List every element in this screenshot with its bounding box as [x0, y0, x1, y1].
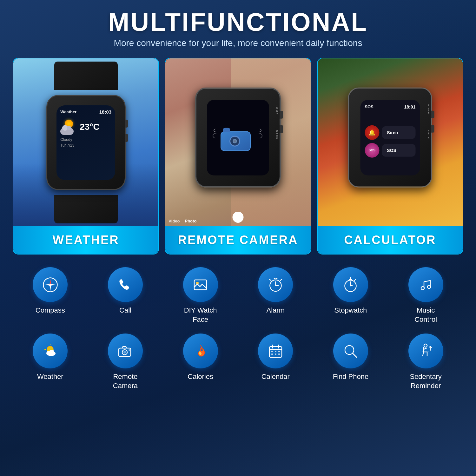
weather-icon — [60, 119, 78, 135]
sos-watch-wrapper: HOME BACK SOS 18:01 — [348, 88, 432, 188]
calculator-card: HOME BACK SOS 18:01 — [317, 58, 463, 255]
calendar-circle — [258, 334, 293, 368]
compass-label: Compass — [36, 306, 65, 315]
sos-watch-btn-2 — [431, 125, 434, 133]
weather-card-image: Weather 18:03 — [13, 58, 158, 227]
fire-icon — [192, 342, 209, 360]
stopwatch-circle — [333, 267, 368, 302]
cam-watch-btn-2 — [280, 125, 283, 133]
sedentary-label: SedentaryReminder — [410, 372, 441, 390]
sedentary-icon — [417, 342, 434, 360]
sos-pill: SOS — [382, 144, 415, 156]
weather-feat-label: Weather — [37, 372, 63, 381]
svg-rect-35 — [275, 351, 276, 352]
signal-arc-2 — [212, 132, 219, 139]
features-grid: Compass Call DIY Watch — [13, 267, 463, 390]
camera-watch-screen — [207, 100, 269, 175]
remote-camera-circle — [108, 334, 143, 368]
header: MULTIFUNCTIONAL More convenience for you… — [108, 10, 368, 48]
feature-calories: Calories — [169, 334, 232, 381]
svg-rect-34 — [271, 351, 273, 352]
sos-background: HOME BACK SOS 18:01 — [318, 58, 463, 227]
feature-diy-watch: DIY WatchFace — [169, 267, 232, 324]
search-icon — [342, 342, 359, 360]
find-phone-circle — [333, 334, 368, 368]
home-label: HOME — [275, 105, 278, 115]
condition: Cloudy — [60, 137, 111, 142]
image-icon — [192, 276, 209, 294]
calculator-card-image: HOME BACK SOS 18:01 — [318, 58, 463, 227]
camera-icon-svg — [116, 342, 134, 360]
svg-point-25 — [49, 350, 54, 355]
camera-watch-case: HOME BACK — [195, 88, 281, 188]
alarm-icon — [267, 276, 284, 294]
calculator-card-label: CALCULATOR — [318, 226, 463, 254]
svg-point-29 — [129, 349, 130, 351]
shutter-button — [232, 212, 243, 223]
music-icon — [417, 276, 434, 294]
temp-row: 23°C — [60, 119, 111, 135]
cloud-puff2 — [67, 126, 71, 130]
page-container: MULTIFUNCTIONAL More convenience for you… — [0, 0, 476, 476]
sos-top-row: SOS 18:01 — [365, 104, 415, 109]
weather-circle — [33, 334, 68, 368]
watch-strap-top — [54, 62, 118, 90]
stopwatch-label: Stopwatch — [334, 306, 367, 315]
diy-watch-label: DIY WatchFace — [184, 306, 217, 324]
features-row-2: Weather RemoteCamera — [13, 334, 463, 390]
sos-buttons: 🔔 Siren SOS SOS — [365, 112, 415, 171]
svg-rect-15 — [349, 279, 352, 280]
bell-emoji: 🔔 — [368, 129, 375, 136]
sos-watch-screen: SOS 18:01 🔔 Siren — [360, 100, 420, 175]
call-label: Call — [119, 306, 131, 315]
photo-label: Photo — [185, 219, 197, 223]
calendar-icon — [267, 342, 284, 360]
siren-row: 🔔 Siren — [365, 125, 415, 140]
svg-rect-39 — [278, 354, 280, 355]
alarm-circle — [258, 267, 293, 302]
call-circle — [108, 267, 143, 302]
sos-circle-text: SOS — [369, 149, 375, 152]
signal-arc-3 — [258, 128, 262, 133]
weather-background: Weather 18:03 — [13, 58, 158, 227]
compass-icon — [42, 276, 59, 294]
feature-cards-row: Weather 18:03 — [13, 58, 463, 255]
feature-sedentary: SedentaryReminder — [394, 334, 458, 390]
sos-watch-btn-1 — [431, 111, 434, 118]
find-phone-label: Find Phone — [333, 372, 369, 381]
signal-right — [256, 129, 262, 138]
weather-card-label: WEATHER — [13, 226, 158, 254]
weather-watch-screen: Weather 18:03 — [56, 105, 115, 180]
feature-remote-camera: RemoteCamera — [94, 334, 157, 390]
signal-left — [214, 129, 218, 138]
music-circle — [408, 267, 443, 302]
sos-back-label: BACK — [427, 130, 430, 140]
svg-rect-38 — [275, 354, 276, 355]
svg-point-28 — [123, 351, 126, 354]
feature-alarm: Alarm — [244, 267, 307, 315]
watch-strap-bottom — [54, 195, 118, 223]
svg-line-41 — [353, 353, 357, 357]
signal-arc-1 — [213, 128, 217, 133]
diy-watch-circle — [183, 267, 218, 302]
svg-rect-36 — [278, 351, 280, 352]
weather-time: 18:03 — [99, 109, 111, 115]
feature-find-phone: Find Phone — [319, 334, 382, 381]
remote-camera-card: Video Photo HOME BACK — [165, 58, 311, 255]
watch-screen-top: Weather 18:03 — [60, 109, 111, 115]
calories-label: Calories — [188, 372, 213, 381]
siren-icon-circle: 🔔 — [365, 125, 379, 140]
feature-compass: Compass — [18, 267, 82, 315]
phone-icon — [116, 276, 134, 294]
page-title: MULTIFUNCTIONAL — [108, 10, 368, 35]
music-label: MusicControl — [414, 306, 437, 324]
calories-circle — [183, 334, 218, 368]
sos-row: SOS SOS — [365, 143, 415, 157]
svg-point-42 — [424, 344, 427, 347]
cam-lens — [229, 136, 240, 147]
video-label: Video — [169, 219, 180, 223]
temperature: 23°C — [80, 122, 100, 132]
siren-pill: Siren — [382, 126, 415, 139]
sos-time: 18:01 — [404, 104, 416, 109]
back-label: BACK — [275, 130, 278, 140]
